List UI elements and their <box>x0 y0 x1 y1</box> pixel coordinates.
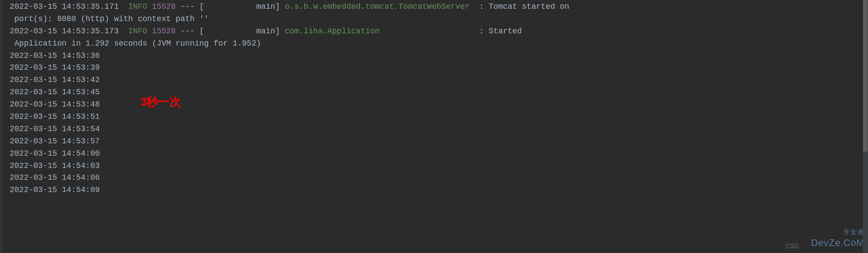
vertical-scrollbar-thumb[interactable] <box>863 0 868 152</box>
log-timestamp: 2022-03-15 14:53:35.171 <box>10 2 128 11</box>
annotation-text: 3秒一次 <box>140 93 181 110</box>
console-output: 2022-03-15 14:53:35.171 INFO 15528 --- [… <box>10 1 868 196</box>
timestamp-line: 2022-03-15 14:54:09 <box>10 184 868 196</box>
timestamp-line: 2022-03-15 14:54:06 <box>10 172 868 184</box>
timestamp-line: 2022-03-15 14:53:57 <box>10 135 868 148</box>
log-thread: --- [ main] <box>176 27 285 36</box>
log-level: INFO <box>128 27 147 36</box>
watermark-csdn: CSD <box>785 242 799 251</box>
watermark-bottom: DevZe.CoM <box>811 235 864 250</box>
timestamp-line: 2022-03-15 14:53:42 <box>10 74 868 86</box>
log-timestamp: 2022-03-15 14:53:35.173 <box>10 27 128 36</box>
timestamp-line: 2022-03-15 14:53:36 <box>10 50 868 62</box>
log-logger: o.s.b.w.embedded.tomcat.TomcatWebServer <box>285 2 470 11</box>
log-level: INFO <box>128 2 147 11</box>
timestamp-line: 2022-03-15 14:54:00 <box>10 148 868 160</box>
timestamp-line: 2022-03-15 14:53:54 <box>10 123 868 135</box>
timestamp-line: 2022-03-15 14:53:48 <box>10 99 868 111</box>
log-pid: 15528 <box>152 27 176 36</box>
editor-gutter <box>0 0 3 253</box>
timestamp-line: 2022-03-15 14:53:39 <box>10 62 868 74</box>
log-logger: com.liha.Application <box>285 27 380 36</box>
log-entry: 2022-03-15 14:53:35.171 INFO 15528 --- [… <box>10 1 868 25</box>
watermark-devze: 开发者 DevZe.CoM <box>811 228 864 250</box>
log-thread: --- [ main] <box>176 2 285 11</box>
log-entry: 2022-03-15 14:53:35.173 INFO 15528 --- [… <box>10 25 868 50</box>
timestamp-line: 2022-03-15 14:53:45 <box>10 86 868 99</box>
timestamp-line: 2022-03-15 14:53:51 <box>10 111 868 123</box>
timestamp-line: 2022-03-15 14:54:03 <box>10 160 868 172</box>
log-pid: 15528 <box>152 2 176 11</box>
vertical-scrollbar-track[interactable] <box>863 0 868 253</box>
